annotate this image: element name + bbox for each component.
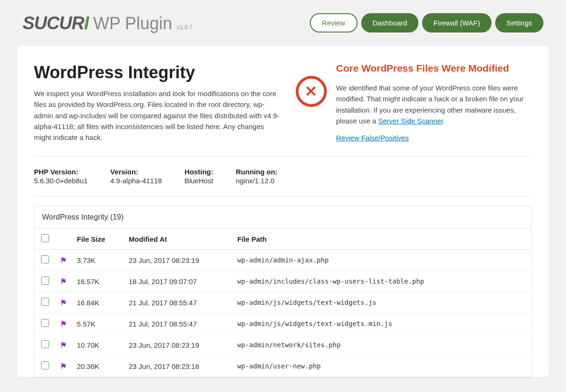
error-circle-icon: ✕ <box>296 76 327 107</box>
product-version: v1.8.7 <box>177 24 192 31</box>
modified-at: 21 Jul, 2017 08:55:47 <box>124 313 233 335</box>
divider <box>34 196 532 196</box>
alert-content: Core WordPress Files Were Modified We id… <box>336 63 532 142</box>
review-false-positives-link[interactable]: Review False/Positives <box>336 134 409 142</box>
select-all-header <box>34 229 55 250</box>
brand-logo: SUCURI <box>23 14 89 32</box>
row-checkbox[interactable] <box>41 319 49 327</box>
modified-at: 21 Jul, 2017 08:55:47 <box>124 292 233 313</box>
file-size: 3.73K <box>72 250 124 271</box>
meta-hosting-label: Hosting: <box>184 168 213 176</box>
table-row: 10.70K23 Jun, 2017 08:23:19wp-admin/netw… <box>34 335 532 356</box>
flag-icon <box>60 320 67 327</box>
file-path: wp-admin/network/sites.php <box>233 335 532 356</box>
modified-at: 23 Jun, 2017 08:23:18 <box>124 356 233 377</box>
top-section: WordPress Integrity We inspect your Word… <box>34 63 532 156</box>
file-size: 16.84K <box>72 292 124 313</box>
alert-text: We identified that some of your WordPres… <box>336 82 532 126</box>
intro-column: WordPress Integrity We inspect your Word… <box>34 63 283 143</box>
file-path: wp-admin/user-new.php <box>233 356 532 377</box>
table-row: 16.84K21 Jul, 2017 08:55:47wp-admin/js/w… <box>34 292 532 313</box>
alert-title: Core WordPress Files Were Modified <box>336 63 532 74</box>
meta-hosting: Hosting: BlueHost <box>184 168 213 185</box>
table-row: 16.57K18 Jul, 2017 09:07:07wp-admin/incl… <box>34 271 532 292</box>
path-header: File Path <box>233 229 532 250</box>
meta-row: PHP Version: 5.6.30-0+deb8u1 Version: 4.… <box>34 156 532 196</box>
alert-text-suffix: . <box>443 117 445 125</box>
integrity-table: File Size Modified At File Path 3.73K23 … <box>34 229 532 377</box>
row-checkbox[interactable] <box>41 298 49 306</box>
select-all-checkbox[interactable] <box>41 234 49 242</box>
meta-running-value: nginx/1.12.0 <box>236 177 277 185</box>
meta-php-value: 5.6.30-0+deb8u1 <box>34 177 88 185</box>
alert-column: ✕ Core WordPress Files Were Modified We … <box>296 63 532 143</box>
file-path: wp-admin/admin-ajax.php <box>233 250 532 271</box>
row-checkbox[interactable] <box>41 361 49 369</box>
page-title: WordPress Integrity <box>34 63 283 82</box>
flag-icon <box>60 256 67 264</box>
table-title: WordPress Integrity (19) <box>34 206 532 229</box>
nav-settings-button[interactable]: Settings <box>495 13 543 33</box>
row-checkbox[interactable] <box>41 255 49 263</box>
modified-at: 23 Jun, 2017 08:23:19 <box>124 335 233 356</box>
server-side-scanner-link[interactable]: Server Side Scanner <box>378 117 443 125</box>
flag-header <box>55 229 72 250</box>
integrity-table-wrap: WordPress Integrity (19) File Size Modif… <box>34 206 532 377</box>
file-size: 20.36K <box>72 356 124 377</box>
meta-running-label: Running on: <box>236 168 277 176</box>
nav-buttons: Review Dashboard Firewall (WAF) Settings <box>310 13 543 33</box>
main-card: WordPress Integrity We inspect your Word… <box>17 46 549 377</box>
x-icon: ✕ <box>305 84 317 99</box>
meta-version-label: Version: <box>110 168 162 176</box>
file-path: wp-admin/js/widgets/text-widgets.js <box>233 292 532 313</box>
page-description: We inspect your WordPress installation a… <box>34 88 283 143</box>
brand-logo-area: SUCURI WP Plugin v1.8.7 <box>23 14 192 32</box>
header: SUCURI WP Plugin v1.8.7 Review Dashboard… <box>0 0 566 40</box>
file-path: wp-admin/js/widgets/text-widgets.min.js <box>233 313 532 335</box>
table-row: 5.57K21 Jul, 2017 08:55:47wp-admin/js/wi… <box>34 313 532 335</box>
flag-icon <box>60 278 67 285</box>
flag-icon <box>60 299 67 306</box>
nav-dashboard-button[interactable]: Dashboard <box>361 13 418 33</box>
modified-at: 18 Jul, 2017 09:07:07 <box>124 271 233 292</box>
file-path: wp-admin/includes/class-wp-users-list-ta… <box>233 271 532 292</box>
flag-icon <box>60 341 67 349</box>
meta-hosting-value: BlueHost <box>184 177 213 185</box>
meta-running: Running on: nginx/1.12.0 <box>236 168 277 185</box>
file-size: 16.57K <box>72 271 124 292</box>
nav-review-button[interactable]: Review <box>310 13 358 33</box>
file-size: 10.70K <box>72 335 124 356</box>
alert-icon: ✕ <box>296 76 327 107</box>
meta-php: PHP Version: 5.6.30-0+deb8u1 <box>34 168 88 185</box>
size-header: File Size <box>72 229 124 250</box>
file-size: 5.57K <box>72 313 124 335</box>
table-row: 20.36K23 Jun, 2017 08:23:18wp-admin/user… <box>34 356 532 377</box>
flag-icon <box>60 362 67 370</box>
table-row: 3.73K23 Jun, 2017 08:23:19wp-admin/admin… <box>34 250 532 271</box>
meta-version-value: 4.9-alpha-41118 <box>110 177 162 185</box>
modified-at: 23 Jun, 2017 08:23:19 <box>124 250 233 271</box>
modified-header: Modified At <box>124 229 233 250</box>
table-header-row: File Size Modified At File Path <box>34 229 532 250</box>
product-name: WP Plugin <box>93 15 172 32</box>
nav-firewall-button[interactable]: Firewall (WAF) <box>422 13 491 33</box>
meta-php-label: PHP Version: <box>34 168 88 176</box>
row-checkbox[interactable] <box>41 340 49 348</box>
row-checkbox[interactable] <box>41 277 49 285</box>
meta-version: Version: 4.9-alpha-41118 <box>110 168 162 185</box>
